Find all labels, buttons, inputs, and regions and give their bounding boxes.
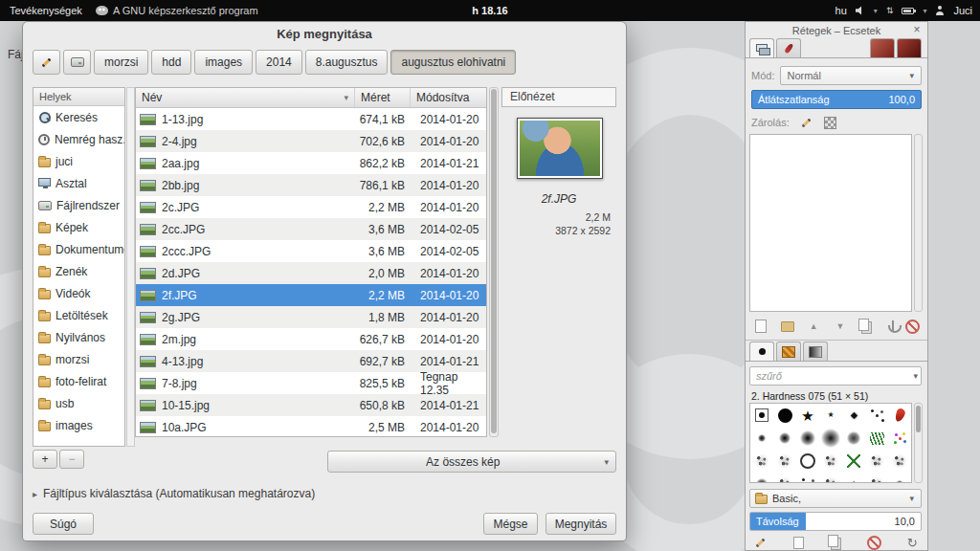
brush-tool-button[interactable] — [827, 534, 846, 551]
breadcrumb-morzsi[interactable]: morzsi — [94, 50, 148, 75]
system-status-area[interactable]: hu ▾ ⇅ ▾ Juci — [835, 0, 972, 21]
brush-thumbnail[interactable] — [842, 450, 865, 473]
brush-thumbnail[interactable] — [750, 427, 773, 450]
place-item[interactable]: Nyilvános — [33, 326, 124, 348]
place-item[interactable]: Videók — [33, 282, 124, 304]
brush-thumbnail[interactable] — [773, 473, 796, 483]
place-item[interactable]: morzsi — [33, 348, 124, 370]
scrollbar-thumb[interactable] — [916, 406, 921, 432]
breadcrumb-8-augusztus[interactable]: 8.augusztus — [305, 50, 389, 75]
brush-thumbnail[interactable] — [865, 450, 888, 473]
brush-thumbnail[interactable] — [796, 427, 819, 450]
tab-image-thumb[interactable] — [870, 38, 895, 57]
layer-tool-button[interactable] — [858, 318, 877, 335]
pane-separator[interactable] — [126, 87, 135, 447]
column-header-size[interactable]: Méret — [355, 88, 411, 107]
brush-thumbnail[interactable] — [819, 404, 842, 427]
breadcrumb-current-folder[interactable]: augusztus elohivatni — [390, 50, 516, 75]
brush-thumbnail[interactable] — [842, 404, 865, 427]
volume-icon[interactable] — [856, 6, 865, 15]
layer-tool-button[interactable] — [883, 320, 895, 333]
focused-app-menu[interactable]: A GNU képszerkesztő program — [96, 0, 258, 21]
table-row[interactable]: 2ccc.JPG 3,6 MB 2014-02-05 — [136, 240, 486, 262]
brush-thumbnail[interactable] — [750, 404, 773, 427]
type-location-button[interactable] — [33, 50, 60, 75]
place-item[interactable]: usb — [33, 392, 124, 414]
battery-icon[interactable] — [902, 8, 914, 14]
brush-thumbnail[interactable] — [888, 473, 911, 483]
lock-pixels-icon[interactable] — [797, 114, 816, 131]
brush-thumbnail[interactable] — [796, 473, 819, 483]
activities-button[interactable]: Tevékenységek — [10, 0, 82, 21]
brush-thumbnail[interactable] — [888, 404, 911, 427]
brush-thumbnail[interactable] — [842, 427, 865, 450]
layer-tool-button[interactable] — [902, 318, 922, 335]
place-item[interactable]: Képek — [33, 216, 124, 238]
tab-layers[interactable] — [749, 38, 774, 57]
tab-image-thumb[interactable] — [897, 38, 922, 57]
brush-thumbnail[interactable] — [773, 404, 796, 427]
place-item[interactable]: Fájlrendszer — [33, 194, 124, 216]
brush-grid-scrollbar[interactable] — [914, 403, 923, 483]
table-row[interactable]: 2-4.jpg 702,6 kB 2014-01-20 — [136, 130, 486, 152]
layers-scrollbar[interactable] — [914, 134, 923, 312]
tab-gradients[interactable] — [803, 342, 828, 361]
column-header-modified[interactable]: Módosítva — [411, 88, 486, 107]
table-row[interactable]: 2aa.jpg 862,2 kB 2014-01-21 — [136, 152, 486, 174]
brush-thumbnail[interactable] — [865, 404, 888, 427]
brush-thumbnail[interactable] — [773, 450, 796, 473]
table-row[interactable]: 2f.JPG 2,2 MB 2014-01-20 — [136, 284, 486, 306]
table-row[interactable]: 2g.JPG 1,8 MB 2014-01-20 — [136, 306, 486, 328]
place-item[interactable]: Dokumentumok — [33, 238, 124, 260]
cancel-button[interactable]: Mégse — [483, 513, 538, 535]
opacity-slider[interactable]: Átlátszatlanság 100,0 — [751, 90, 922, 109]
brush-thumbnail[interactable] — [796, 404, 819, 427]
place-item[interactable]: foto-felirat — [33, 370, 124, 392]
brush-group-dropdown[interactable]: Basic, ▾ — [749, 489, 922, 508]
table-row[interactable]: 1-13.jpg 674,1 kB 2014-01-20 — [136, 108, 486, 130]
place-item[interactable]: Keresés — [33, 106, 124, 128]
brush-thumbnail[interactable] — [888, 427, 911, 450]
brush-thumbnail[interactable] — [865, 473, 888, 483]
brush-thumbnail[interactable] — [750, 450, 773, 473]
remove-bookmark-button[interactable]: − — [59, 450, 84, 469]
scrollbar-thumb[interactable] — [491, 89, 497, 433]
brush-thumbnail[interactable] — [819, 450, 842, 473]
open-button[interactable]: Megnyitás — [546, 513, 616, 535]
breadcrumb-images[interactable]: images — [194, 50, 253, 75]
close-icon[interactable]: × — [911, 23, 923, 36]
layer-tool-button[interactable] — [804, 318, 823, 335]
brush-thumbnail[interactable] — [819, 473, 842, 483]
file-filter-dropdown[interactable]: Az összes kép ▾ — [327, 451, 616, 473]
place-item[interactable]: images — [33, 414, 124, 436]
brush-thumbnail[interactable] — [888, 450, 911, 473]
tab-patterns[interactable] — [776, 342, 801, 361]
network-icon[interactable]: ⇅ — [886, 6, 894, 15]
column-header-name[interactable]: Név▾ — [136, 88, 355, 107]
brush-tool-button[interactable] — [790, 534, 809, 551]
table-row[interactable]: 2cc.JPG 3,6 MB 2014-02-05 — [136, 218, 486, 240]
brush-thumbnail[interactable] — [842, 473, 865, 483]
layer-tool-button[interactable] — [778, 318, 797, 335]
layer-tool-button[interactable] — [751, 318, 770, 335]
help-button[interactable]: Súgó — [33, 513, 94, 535]
user-menu[interactable]: Juci — [953, 5, 972, 16]
filetype-expander[interactable]: ▸ Fájltípus kiválasztása (Automatikusan … — [33, 487, 315, 500]
table-row[interactable]: 10-15.jpg 650,8 kB 2014-01-21 — [136, 394, 486, 416]
lock-alpha-icon[interactable] — [824, 117, 836, 129]
table-row[interactable]: 7-8.jpg 825,5 kB Tegnap 12.35 — [136, 372, 486, 394]
table-row[interactable]: 10a.JPG 2,5 MB 2014-01-20 — [136, 416, 486, 437]
layers-list[interactable] — [749, 134, 912, 312]
keyboard-layout-indicator[interactable]: hu — [835, 5, 847, 16]
brush-tool-button[interactable] — [902, 534, 922, 551]
place-item[interactable]: Letöltések — [33, 304, 124, 326]
table-row[interactable]: 2m.jpg 626,7 kB 2014-01-20 — [136, 328, 486, 350]
tab-brushes[interactable] — [749, 342, 774, 361]
spacing-slider[interactable]: Távolság 10,0 — [749, 512, 922, 531]
place-item[interactable]: juci — [33, 150, 124, 172]
brush-filter-input[interactable] — [749, 366, 922, 386]
place-item[interactable]: Nemrég hasz... — [33, 128, 124, 150]
brush-thumbnail[interactable] — [773, 427, 796, 450]
root-drive-button[interactable] — [63, 50, 91, 75]
table-row[interactable]: 2d.JPG 2,0 MB 2014-01-20 — [136, 262, 486, 284]
